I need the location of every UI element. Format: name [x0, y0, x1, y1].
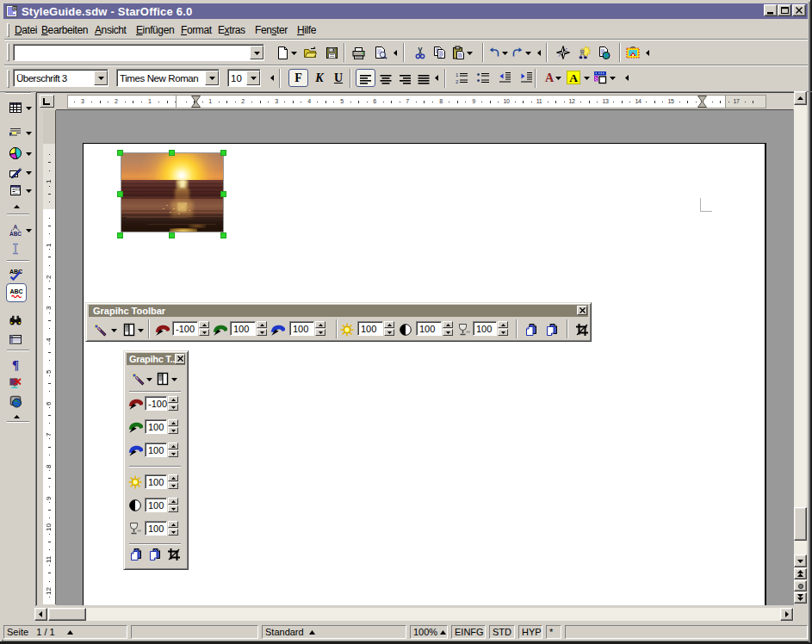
svg-text:ABC: ABC: [9, 269, 22, 275]
svg-text:A: A: [14, 224, 18, 229]
svg-text:A: A: [545, 71, 555, 84]
svg-text:¶: ¶: [12, 358, 19, 372]
svg-text:1: 1: [456, 72, 459, 77]
svg-text:ABC: ABC: [9, 288, 22, 294]
svg-text:ABC: ABC: [9, 231, 22, 237]
svg-text:A: A: [569, 71, 578, 84]
svg-text:2: 2: [456, 79, 459, 84]
